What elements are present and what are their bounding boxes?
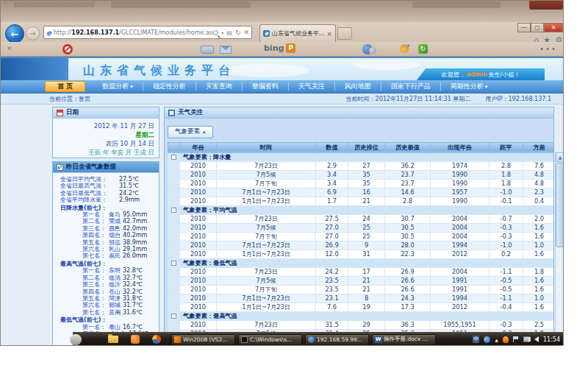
table-row[interactable]: 20107月5候3.43523.719901.84.8 [168, 170, 555, 179]
browser-app-icon[interactable] [152, 335, 161, 344]
stop-icon[interactable]: ✕ [243, 29, 249, 36]
column-header[interactable]: 出现年份 [431, 142, 490, 152]
nav-item[interactable]: 国家下行产品 [381, 82, 441, 91]
background-window [14, 2, 95, 7]
element-filter-button[interactable]: 气象要素▴ [168, 126, 213, 138]
station-link[interactable]: 莒南 [109, 309, 121, 316]
station-link[interactable]: 郯城 [109, 302, 121, 308]
camera-icon[interactable] [362, 44, 373, 54]
mail-icon[interactable] [220, 46, 232, 54]
table-group-row[interactable]: 气象要素：最高气温 [168, 311, 555, 320]
group-collapse-checkbox[interactable] [171, 155, 176, 160]
tab-close-icon[interactable]: × [326, 30, 332, 38]
station-link[interactable]: 泰山 [109, 324, 121, 330]
table-row[interactable]: 20101月1日~7月23日1.7212.81990-0.10.4 [168, 197, 555, 205]
refresh-icon[interactable]: ↻ [235, 29, 241, 36]
taskbar-button[interactable]: 192.168.59.99... [305, 334, 369, 345]
scrollbar-thumb[interactable] [556, 163, 564, 247]
search-icon[interactable] [213, 30, 218, 35]
taskbar-button[interactable]: W操作手册.docx ... [372, 334, 436, 345]
taskbar-button[interactable]: Win2008 (VS2... [171, 334, 235, 345]
more-tools-dots[interactable]: ••• [539, 45, 557, 53]
nav-item[interactable]: 周期性分析▾ [441, 82, 498, 91]
nav-item[interactable]: 风向地图 [335, 82, 381, 91]
start-button[interactable] [70, 334, 82, 345]
back-button[interactable]: ← [5, 24, 24, 43]
pinned-app-icon[interactable] [131, 335, 140, 344]
bing-logo[interactable]: bingP [264, 43, 295, 53]
addon-logo-icon[interactable] [62, 44, 73, 54]
taskbar-button[interactable]: C:\Windows\s... [238, 334, 302, 345]
column-header[interactable]: 历史极值 [385, 142, 431, 152]
station-link[interactable]: 菏泽 [109, 295, 121, 302]
station-link[interactable]: 苍山 [109, 289, 121, 295]
nav-item[interactable]: 首 页 [45, 81, 85, 92]
volume-icon[interactable] [534, 336, 539, 342]
group-collapse-checkbox[interactable] [171, 314, 176, 319]
group-collapse-checkbox[interactable] [171, 261, 176, 266]
nav-item[interactable]: 天气关注 [289, 82, 335, 91]
tray-app-icon[interactable] [484, 336, 490, 343]
table-row[interactable]: 20107月23日31.52936.31955,1951-0.32.5 [168, 320, 555, 329]
column-header[interactable]: 数值 [316, 142, 348, 152]
table-row[interactable]: 20107月23日27.52430.72004-0.72.0 [168, 214, 555, 223]
language-indicator[interactable]: 中 [473, 336, 479, 343]
station-link[interactable]: 惠民 [109, 252, 121, 259]
table-row[interactable]: 20107月1日~7月23日23.1824.31994-1.11.0 [168, 294, 555, 302]
forward-button[interactable]: → [26, 26, 40, 40]
station-link[interactable]: 乳山 [109, 246, 121, 252]
close-button[interactable]: ✕ [544, 23, 563, 32]
station-link[interactable]: 东明 [109, 267, 121, 274]
station-link[interactable]: 招远 [109, 239, 121, 246]
station-link[interactable]: 临沂 [109, 281, 121, 288]
column-header[interactable]: 距平 [490, 142, 523, 152]
table-row[interactable]: 20107月下旬3.43523.719901.84.8 [168, 179, 555, 188]
nav-item[interactable]: 整编资料 [243, 82, 289, 91]
pet-icon[interactable] [400, 44, 409, 53]
security-app-icon[interactable] [503, 336, 509, 343]
table-group-row[interactable]: 气象要素：降水量 [168, 152, 555, 161]
browser-tab[interactable]: e 山东省气候业务平... × [259, 24, 336, 42]
address-bar[interactable]: e http://192.168.137.1/GLCCLIMATE/module… [43, 26, 252, 39]
nav-item[interactable]: 灾害查询 [196, 82, 243, 91]
table-row[interactable]: 20107月下旬27.02530.52004-0.31.6 [168, 232, 555, 241]
table-row[interactable]: 20107月1日~7月23日26.9928.01994-1.01.0 [168, 241, 555, 250]
station-link[interactable]: 临清 [109, 275, 121, 281]
table-group-row[interactable]: 气象要素：最低气温 [168, 258, 555, 267]
new-tab-button[interactable] [337, 27, 352, 40]
maximize-button[interactable]: ▢ [531, 23, 544, 32]
station-link[interactable]: 昌邑 [109, 225, 121, 232]
dropdown-icon[interactable]: ▾ [221, 30, 223, 35]
group-collapse-checkbox[interactable] [171, 208, 176, 213]
scroll-up-arrow[interactable]: ▲ [556, 152, 564, 162]
column-header[interactable]: 方差 [523, 142, 555, 152]
minimize-button[interactable]: — [517, 23, 531, 32]
column-header[interactable]: 时间 [217, 142, 316, 152]
table-row[interactable]: 20107月23日24.21726.92004-1.11.8 [168, 267, 555, 276]
table-row[interactable]: 20101月1日~7月23日7.61917.32012-0.41.6 [168, 302, 555, 311]
translate-addon-icon[interactable]: ↻ [418, 44, 428, 54]
ranking-item: 第二名：临清32.7℃ [60, 275, 157, 281]
hidden-icons-arrow[interactable]: ▲ [495, 337, 498, 342]
station-link[interactable]: 青岛 [109, 211, 121, 218]
table-row[interactable]: 20107月下旬23.52126.61991-0.51.6 [168, 285, 555, 294]
page-scrollbar[interactable]: ▲ ▼ [555, 152, 564, 346]
station-link[interactable]: 荣成 [109, 218, 121, 224]
table-row[interactable]: 20107月23日2.92736.219742.87.6 [168, 161, 555, 170]
table-row[interactable]: 20107月1日~7月23日6.91614.61957-1.02.3 [168, 188, 555, 197]
table-row[interactable]: 20107月5候27.02530.52004-0.31.6 [168, 223, 555, 232]
nav-item[interactable]: 数据分析▾ [93, 82, 143, 91]
taskbar-clock[interactable]: 11:54 [543, 336, 560, 343]
explorer-icon[interactable] [108, 336, 118, 343]
nav-item[interactable]: 稳定性分析 [143, 82, 196, 91]
table-group-row[interactable]: 气象要素：平均气温 [168, 205, 555, 214]
column-header[interactable]: 年份 [180, 142, 217, 152]
action-center-flag-icon[interactable] [513, 336, 519, 342]
station-link[interactable]: 烟台 [109, 232, 121, 238]
column-header[interactable]: 历史排位 [348, 142, 385, 152]
table-row[interactable]: 20107月5候23.52126.61991-0.51.6 [168, 276, 555, 285]
compat-icon[interactable]: ▤ [226, 29, 232, 36]
table-row[interactable]: 20101月1日~7月23日12.03122.320120.21.6 [168, 250, 555, 258]
card-reader-icon[interactable] [201, 46, 214, 54]
toolbar-close-icon[interactable]: ✕ [7, 45, 12, 52]
